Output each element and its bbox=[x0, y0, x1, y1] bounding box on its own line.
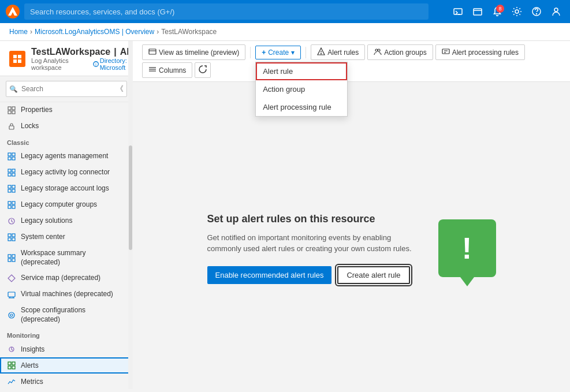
alert-rules-button[interactable]: Alert rules bbox=[311, 44, 365, 60]
sidebar-item-legacy-agents-label: Legacy agents management bbox=[21, 152, 108, 161]
create-plus-icon: + bbox=[262, 48, 266, 57]
toolbar: View as timeline (preview) + Create ▾ Al… bbox=[133, 41, 570, 82]
breadcrumb: Home › Microsoft.LogAnalyticsOMS | Overv… bbox=[0, 23, 570, 41]
sidebar-item-scope-configurations[interactable]: Scope configurations (deprecated) bbox=[0, 303, 133, 327]
scope-configurations-icon bbox=[7, 311, 16, 320]
sidebar-item-alerts[interactable]: Alerts bbox=[0, 357, 133, 374]
virtual-machines-icon bbox=[7, 290, 16, 299]
svg-rect-24 bbox=[8, 173, 11, 176]
sidebar-item-virtual-machines[interactable]: Virtual machines (deprecated) bbox=[0, 286, 133, 303]
enable-recommended-button[interactable]: Enable recommended alert rules bbox=[207, 266, 332, 284]
create-chevron-icon: ▾ bbox=[291, 48, 295, 57]
svg-rect-52 bbox=[12, 362, 15, 365]
dropdown-action-group[interactable]: Action group bbox=[256, 80, 347, 98]
notifications-icon[interactable]: 8 bbox=[489, 3, 505, 20]
sidebar-nav: Properties Locks Classic Legacy agents m… bbox=[0, 102, 133, 389]
refresh-button[interactable] bbox=[195, 62, 211, 78]
toolbar-sep-2 bbox=[306, 47, 306, 58]
sidebar-item-metrics[interactable]: Metrics bbox=[0, 374, 133, 389]
service-map-icon bbox=[7, 274, 16, 283]
empty-state-title: Set up alert rules on this resource bbox=[207, 213, 415, 225]
metrics-icon bbox=[7, 377, 16, 386]
sidebar-collapse-icon[interactable]: 《 bbox=[116, 84, 124, 94]
sidebar-item-locks[interactable]: Locks bbox=[0, 118, 133, 135]
svg-rect-9 bbox=[13, 59, 17, 63]
sidebar-item-legacy-agents[interactable]: Legacy agents management bbox=[0, 148, 133, 165]
alert-rules-icon bbox=[317, 47, 325, 57]
sidebar-item-legacy-solutions[interactable]: Legacy solutions bbox=[0, 213, 133, 229]
svg-rect-25 bbox=[12, 173, 15, 176]
create-button[interactable]: + Create ▾ bbox=[255, 46, 301, 59]
svg-rect-41 bbox=[8, 259, 11, 262]
empty-state-description: Get notified on important monitoring eve… bbox=[207, 232, 415, 255]
sidebar: TestLAWorkspace | Alerts Log Analytics w… bbox=[0, 41, 133, 389]
sidebar-item-virtual-machines-label: Virtual machines (deprecated) bbox=[21, 290, 113, 299]
action-groups-icon bbox=[374, 47, 382, 57]
sidebar-item-insights[interactable]: Insights bbox=[0, 341, 133, 357]
sidebar-item-legacy-computer[interactable]: Legacy computer groups bbox=[0, 197, 133, 213]
account-icon[interactable] bbox=[548, 3, 564, 20]
settings-icon[interactable] bbox=[509, 3, 525, 20]
sidebar-item-alerts-label: Alerts bbox=[21, 361, 39, 371]
sidebar-item-legacy-storage[interactable]: Legacy storage account logs bbox=[0, 181, 133, 197]
legacy-computer-icon bbox=[7, 200, 16, 210]
svg-point-5 bbox=[537, 14, 537, 14]
svg-rect-20 bbox=[8, 157, 11, 160]
svg-rect-28 bbox=[8, 189, 11, 192]
dropdown-alert-processing-rule[interactable]: Alert processing rule bbox=[256, 98, 347, 116]
resource-type: Log Analytics workspace bbox=[31, 57, 91, 71]
svg-rect-16 bbox=[12, 111, 15, 114]
sidebar-item-system-center[interactable]: System center bbox=[0, 229, 133, 245]
timeline-icon bbox=[148, 47, 157, 57]
sidebar-search-icon: 🔍 bbox=[10, 85, 18, 93]
breadcrumb-current: TestLAWorkspace bbox=[161, 28, 217, 36]
svg-point-58 bbox=[321, 54, 322, 54]
svg-rect-23 bbox=[12, 169, 15, 172]
directory-icon[interactable] bbox=[470, 3, 486, 20]
sidebar-search-input[interactable] bbox=[6, 81, 127, 97]
cloud-shell-icon[interactable] bbox=[450, 3, 466, 20]
sidebar-search-area: 🔍 《 bbox=[0, 76, 133, 102]
sidebar-item-legacy-activity-label: Legacy activity log connector bbox=[21, 168, 110, 177]
action-groups-button[interactable]: Action groups bbox=[367, 44, 433, 60]
svg-rect-8 bbox=[18, 55, 21, 58]
dropdown-alert-rule[interactable]: Alert rule bbox=[256, 62, 347, 80]
columns-icon bbox=[148, 65, 157, 75]
sidebar-item-legacy-activity[interactable]: Legacy activity log connector bbox=[0, 165, 133, 181]
svg-rect-36 bbox=[12, 234, 15, 237]
legacy-activity-icon bbox=[7, 168, 16, 177]
system-center-icon bbox=[7, 233, 16, 242]
svg-rect-30 bbox=[8, 201, 11, 204]
sidebar-item-service-map[interactable]: Service map (deprecated) bbox=[0, 270, 133, 286]
alert-processing-button[interactable]: Alert processing rules bbox=[435, 44, 525, 60]
breadcrumb-home[interactable]: Home bbox=[9, 28, 28, 36]
azure-logo bbox=[6, 5, 20, 18]
svg-rect-17 bbox=[9, 126, 14, 129]
sidebar-item-legacy-solutions-label: Legacy solutions bbox=[21, 216, 72, 226]
global-search-input[interactable] bbox=[24, 3, 429, 20]
sidebar-item-workspace-summary[interactable]: Workspace summary (deprecated) bbox=[0, 245, 133, 270]
sidebar-item-system-center-label: System center bbox=[21, 233, 65, 242]
svg-rect-39 bbox=[8, 255, 11, 257]
svg-rect-13 bbox=[8, 107, 11, 110]
svg-rect-29 bbox=[12, 189, 15, 192]
svg-rect-38 bbox=[12, 238, 15, 241]
properties-icon bbox=[7, 106, 16, 115]
svg-marker-43 bbox=[8, 275, 15, 282]
create-alert-rule-button[interactable]: Create alert rule bbox=[337, 266, 409, 284]
breadcrumb-workspace-overview[interactable]: Microsoft.LogAnalyticsOMS | Overview bbox=[35, 28, 154, 36]
sidebar-item-legacy-storage-label: Legacy storage account logs bbox=[21, 184, 109, 193]
sidebar-item-properties[interactable]: Properties bbox=[0, 102, 133, 118]
svg-rect-35 bbox=[8, 234, 11, 237]
sidebar-item-insights-label: Insights bbox=[21, 345, 44, 354]
svg-rect-33 bbox=[12, 206, 15, 208]
svg-rect-21 bbox=[12, 157, 15, 160]
svg-rect-54 bbox=[12, 366, 15, 369]
workspace-summary-icon bbox=[7, 253, 16, 263]
resource-title: TestLAWorkspace bbox=[31, 47, 110, 57]
svg-rect-18 bbox=[8, 153, 11, 156]
columns-button[interactable]: Columns bbox=[142, 62, 192, 78]
help-icon[interactable] bbox=[528, 3, 545, 20]
sidebar-item-properties-label: Properties bbox=[21, 106, 53, 115]
view-timeline-button[interactable]: View as timeline (preview) bbox=[142, 44, 245, 60]
